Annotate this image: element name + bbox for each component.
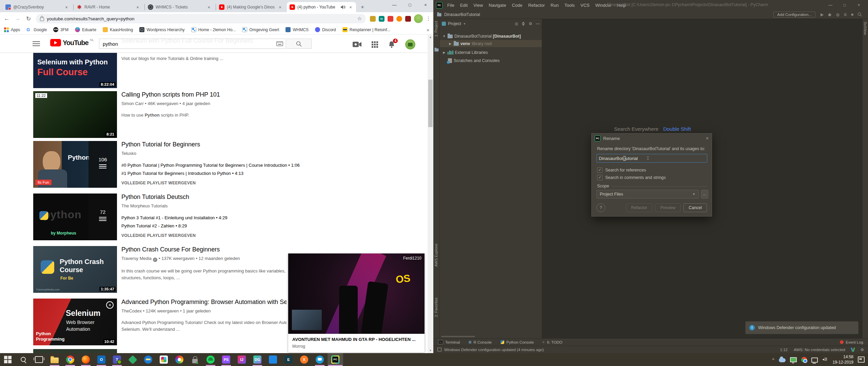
taskbar-vscode[interactable]	[265, 353, 281, 366]
collapse-arrow-icon[interactable]: ▶	[442, 51, 446, 54]
menu-view[interactable]: View	[473, 3, 483, 8]
chrome-tray-icon[interactable]	[801, 357, 807, 363]
add-configuration-button[interactable]: Add Configuration...	[773, 12, 815, 18]
taskbar-outlook[interactable]: O	[94, 353, 109, 366]
extension-icon-5[interactable]	[405, 16, 411, 22]
breadcrumb[interactable]: DinasaurBotTutorial	[444, 12, 480, 17]
tab-google-dinos[interactable]: (4) Making Google's Dinos... ×	[216, 2, 285, 12]
scrollbar-thumb[interactable]	[428, 80, 433, 127]
dialog-close-icon[interactable]: ×	[706, 136, 709, 141]
hamburger-menu-icon[interactable]	[33, 41, 40, 46]
hidden-icons-chevron[interactable]: ^	[772, 357, 774, 362]
bookmark-discord[interactable]: Discord	[315, 27, 336, 32]
menu-run[interactable]: Run	[551, 3, 559, 8]
bookmark-apps[interactable]: Apps	[4, 27, 20, 32]
collapse-all-icon[interactable]	[521, 22, 525, 26]
extension-icon-1[interactable]	[370, 16, 376, 22]
scope-more-button[interactable]: ...	[701, 190, 708, 199]
tab-close-icon[interactable]: ×	[206, 5, 212, 10]
scroll-down-arrow[interactable]: ▼	[428, 349, 433, 352]
taskbar-lock-app[interactable]	[187, 353, 203, 366]
keyboard-icon[interactable]	[276, 41, 283, 46]
menu-navigate[interactable]: Navigate	[489, 3, 506, 8]
notification-balloon[interactable]: i Windows Defender configuration updated	[745, 321, 859, 334]
search-input[interactable]	[99, 41, 276, 47]
maximize-button[interactable]: □	[837, 0, 852, 10]
checkbox-search-comments[interactable]: ✓ Search in comments and strings	[597, 175, 666, 180]
account-avatar[interactable]	[405, 39, 415, 49]
back-icon[interactable]: ←	[3, 15, 10, 22]
search-box[interactable]	[99, 39, 286, 49]
bookmark-wordpress-hierarchy[interactable]: Wordpress Hierarchy	[139, 27, 184, 32]
bookmark-google[interactable]: G Google	[26, 27, 47, 32]
menu-tools[interactable]: Tools	[565, 3, 575, 8]
chevron-down-icon[interactable]: ▼	[463, 22, 466, 25]
scroll-up-arrow[interactable]: ▲	[428, 36, 433, 39]
video-title[interactable]: Python Crash Course For Beginners	[121, 246, 287, 253]
taskbar-slack[interactable]	[156, 353, 172, 366]
preview-button[interactable]: Preview	[655, 203, 680, 212]
expand-arrow-icon[interactable]: ▼	[442, 35, 446, 38]
debug-icon[interactable]	[828, 13, 832, 17]
taskbar-clock[interactable]: 14:5819-12-2019	[833, 354, 853, 365]
tab-whmcs[interactable]: WHMCS - Tickets ×	[145, 2, 214, 12]
taskbar-chat-app[interactable]	[312, 353, 328, 366]
bookmark-omgeving-geert[interactable]: Omgeving Geert	[242, 27, 279, 32]
channel-name[interactable]: Telusko	[121, 151, 420, 156]
lock-icon[interactable]	[40, 18, 44, 21]
tab-ravr[interactable]: ✱ RAVR - Home ×	[74, 2, 143, 12]
help-button[interactable]: ?	[596, 203, 605, 212]
minimize-button[interactable]: —	[823, 0, 837, 10]
onedrive-icon[interactable]	[779, 358, 786, 362]
video-title[interactable]: Advanced Python Programming: Browser Aut…	[121, 299, 287, 306]
taskbar-key-app[interactable]	[140, 353, 156, 366]
address-bar[interactable]: youtube.com/results?search_query=python …	[36, 14, 366, 23]
url-text[interactable]: youtube.com/results?search_query=python	[47, 16, 355, 21]
dialog-titlebar[interactable]: PC Rename ×	[592, 134, 712, 143]
channel-name[interactable]: The Morpheus Tutorials	[121, 203, 420, 208]
taskbar-pycharm-active[interactable]	[328, 353, 343, 366]
aws-status[interactable]: AWS: No credentials selected	[794, 348, 845, 352]
settings-gear-icon[interactable]: ⚙	[861, 347, 864, 352]
checkbox-icon[interactable]: ✓	[597, 175, 603, 180]
bookmark-eduarte[interactable]: Eduarte	[75, 27, 96, 32]
bookmark-kaashosting[interactable]: KaasHosting	[103, 27, 133, 32]
hide-panel-icon[interactable]: —	[536, 21, 540, 26]
settings-gear-icon[interactable]: ⚙	[529, 21, 532, 26]
bookmark-star-icon[interactable]: ☆	[357, 16, 362, 22]
bookmark-reisplanner[interactable]: Reisplanner | Reisinf...	[342, 27, 391, 32]
tree-row-external-libraries[interactable]: ▶ External Libraries	[440, 49, 542, 56]
taskbar-file-explorer[interactable]	[47, 353, 62, 366]
close-button[interactable]: ×	[852, 0, 866, 10]
coverage-icon[interactable]: ◍	[836, 12, 839, 17]
extension-icon-4[interactable]	[396, 16, 402, 22]
status-message[interactable]: Windows Defender configuration updated (…	[444, 348, 544, 352]
scope-dropdown[interactable]: Project Files ▼	[596, 190, 699, 199]
video-thumbnail[interactable]: Selenium Web Browser Automation PythonPr…	[33, 299, 117, 345]
taskbar-firefox[interactable]	[78, 353, 94, 366]
video-title[interactable]: Calling Python scripts from PHP 101	[121, 91, 420, 98]
taskbar-spotify[interactable]	[203, 353, 218, 366]
tab-audio-icon[interactable]	[341, 5, 346, 9]
locate-file-icon[interactable]: ◎	[515, 21, 518, 26]
miniplayer-card[interactable]: OS Ferdi1210 AVONTUREN MET MAHMUD IN GTA…	[288, 253, 425, 352]
taskbar-teams[interactable]: T	[109, 353, 125, 366]
playlist-entry[interactable]: #0 Python Tutorial | Python Programming …	[121, 163, 420, 168]
caret-position[interactable]: 1:12	[780, 348, 788, 352]
event-log-tab[interactable]: Event Log	[840, 340, 863, 344]
python-console-tab[interactable]: Python Console	[500, 340, 534, 344]
reload-icon[interactable]: ↻	[25, 15, 32, 22]
taskbar-phpstorm[interactable]: PS	[218, 353, 234, 366]
tree-row-scratches[interactable]: Scratches and Consoles	[440, 57, 542, 64]
cancel-button[interactable]: Cancel	[684, 203, 707, 212]
bookmarks-overflow-chevron[interactable]: »	[427, 27, 429, 33]
menu-refactor[interactable]: Refactor	[528, 3, 545, 8]
tab-python-youtube-active[interactable]: (4) python - YouTube ×	[287, 2, 356, 12]
notifications-bell[interactable]: 4	[388, 41, 395, 48]
run-icon[interactable]: ▶	[821, 12, 824, 17]
tab-close-icon[interactable]: ×	[348, 5, 353, 10]
r-console-tab[interactable]: RR Console	[469, 340, 492, 344]
page-scrollbar[interactable]: ▲ ▼	[428, 35, 433, 353]
action-center-icon[interactable]	[858, 357, 865, 363]
show-full-playlist-link[interactable]: VOLLEDIGE PLAYLIST WEERGEVEN	[121, 181, 420, 185]
